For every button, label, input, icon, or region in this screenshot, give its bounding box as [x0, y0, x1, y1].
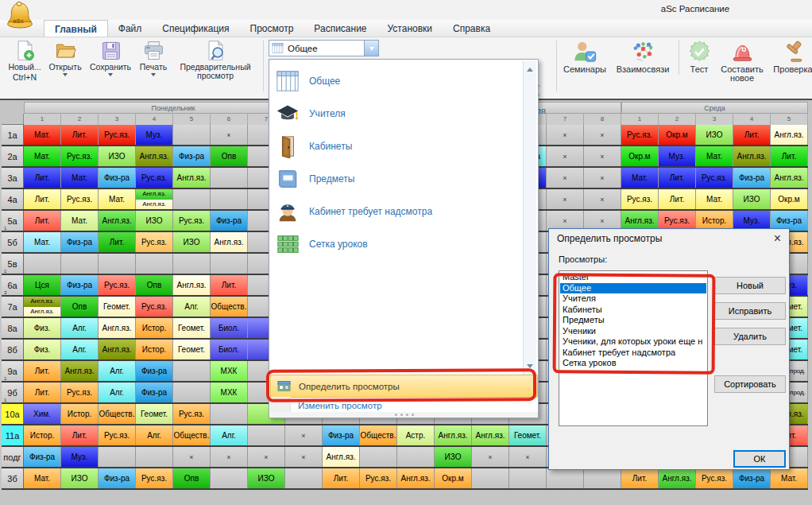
views-list-item[interactable]: Master	[560, 272, 706, 283]
lesson-cell[interactable]	[211, 168, 248, 188]
lesson-cell[interactable]: ×	[211, 125, 248, 145]
lesson-cell[interactable]: Рус.яз.	[99, 125, 136, 145]
lesson-cell[interactable]: Физ.	[24, 318, 61, 338]
new-button[interactable]: Новый...Ctrl+N	[5, 38, 44, 82]
lesson-cell[interactable]	[24, 254, 61, 274]
generate-new-button[interactable]: Составить новое	[716, 38, 768, 83]
ok-button[interactable]: ОК	[733, 450, 786, 468]
lesson-cell[interactable]: Истор.	[136, 318, 173, 338]
period-column-header[interactable]: 5	[771, 114, 808, 125]
lesson-cell[interactable]: Рус.яз.	[61, 383, 99, 402]
new-button[interactable]: Новый	[714, 277, 786, 294]
dropdown-item-view-classrooms[interactable]: Кабинеты	[271, 131, 522, 161]
lesson-cell[interactable]: МХК	[211, 361, 248, 381]
dropdown-item-view-common[interactable]: Общее	[271, 66, 522, 96]
lesson-cell[interactable]: ИЗО	[136, 211, 173, 231]
lesson-cell[interactable]: Физ-ра	[173, 146, 211, 166]
dropdown-item-view-supervision[interactable]: Кабинет требует надсмотра	[271, 196, 522, 227]
lesson-cell[interactable]: Англ.яз.	[771, 168, 808, 188]
save-button[interactable]: Сохранить	[86, 38, 135, 82]
lesson-cell[interactable]: Рус.яз.	[173, 404, 211, 424]
tab-main[interactable]: Главный	[44, 20, 108, 37]
lesson-cell[interactable]: ×	[584, 189, 621, 209]
lesson-cell[interactable]	[397, 447, 435, 467]
lesson-cell-split[interactable]: Англ.яз.Англ.яз.	[24, 297, 61, 317]
scroll-up-arrow-icon[interactable]	[524, 63, 536, 76]
lesson-cell[interactable]: Окр.м	[771, 189, 808, 209]
lesson-cell[interactable]: Окр.м	[621, 146, 659, 166]
lesson-cell[interactable]: Мат.	[696, 146, 733, 166]
lesson-cell[interactable]: ×	[211, 447, 248, 467]
lesson-cell[interactable]	[211, 254, 248, 274]
combobox-dropdown-button[interactable]	[364, 41, 378, 56]
lesson-cell[interactable]: Физ-ра	[136, 361, 173, 381]
lesson-cell[interactable]	[360, 447, 397, 467]
lesson-cell[interactable]: Рус.яз.	[136, 232, 173, 252]
lesson-cell[interactable]: Англ.яз.	[99, 211, 136, 231]
lesson-cell[interactable]	[285, 468, 323, 488]
lesson-cell[interactable]: ИЗО	[248, 468, 285, 488]
seminars-button[interactable]: Семинары	[559, 38, 610, 83]
lesson-cell[interactable]: Алг.	[211, 425, 248, 445]
period-column-header[interactable]: 2	[659, 114, 696, 125]
class-row-header[interactable]: 8б	[2, 340, 24, 359]
lesson-cell[interactable]: Муз.	[659, 146, 696, 166]
lesson-cell[interactable]	[173, 361, 211, 381]
lesson-cell[interactable]: Биол.	[211, 318, 248, 338]
class-row-header[interactable]: 4а	[2, 189, 24, 209]
views-listbox[interactable]: MasterОбщееУчителяКабинетыПредметыУченик…	[559, 270, 708, 426]
lesson-cell[interactable]: Физ-ра	[323, 425, 360, 445]
lesson-cell[interactable]: Геомет.	[136, 404, 173, 424]
lesson-cell[interactable]: Рус.яз.	[696, 468, 733, 488]
lesson-cell[interactable]: Лит.	[733, 125, 771, 145]
lesson-cell[interactable]: Астр.	[397, 425, 435, 445]
lesson-cell[interactable]: Англ.яз.	[136, 146, 173, 166]
menu-item-define-views[interactable]: Определить просмотры	[270, 375, 538, 398]
open-button[interactable]: Открыть	[44, 38, 86, 82]
lesson-cell[interactable]	[173, 254, 211, 274]
lesson-cell[interactable]: ИЗО	[173, 232, 211, 252]
lesson-cell[interactable]	[211, 468, 248, 488]
lesson-cell[interactable]	[61, 254, 99, 274]
lesson-cell[interactable]: Англ.яз.	[61, 361, 99, 381]
class-row-header[interactable]: 5б	[2, 232, 24, 252]
lesson-cell[interactable]: Физ-ра	[99, 468, 136, 488]
lesson-cell[interactable]: Физ-ра	[61, 275, 99, 295]
lesson-cell[interactable]: Лит.	[24, 361, 61, 381]
period-column-header[interactable]: 3	[696, 114, 733, 125]
tab-view[interactable]: Просмотр	[240, 20, 304, 37]
lesson-cell[interactable]: Алг.	[136, 425, 173, 445]
lesson-cell[interactable]: Лит.	[323, 468, 360, 488]
lesson-cell[interactable]: Англ.яз.	[733, 146, 771, 166]
lesson-cell[interactable]: Физ.	[24, 340, 61, 359]
lesson-cell[interactable]: ×	[173, 447, 211, 467]
lesson-cell[interactable]: Истор.	[24, 425, 61, 445]
lesson-cell[interactable]	[584, 468, 621, 488]
lesson-cell[interactable]: Англ.яз.	[472, 425, 509, 445]
lesson-cell[interactable]	[547, 468, 584, 488]
period-column-header[interactable]: 2	[61, 114, 99, 125]
lesson-cell[interactable]: Лит.	[621, 468, 659, 488]
period-column-header[interactable]: 4	[136, 114, 173, 125]
class-row-header[interactable]: 1а	[2, 125, 24, 145]
lesson-cell[interactable]: Рус.яз.	[99, 425, 136, 445]
lesson-cell-split[interactable]: Англ.яз.Англ.яз.	[136, 189, 173, 209]
lesson-cell[interactable]: Окр.м	[659, 125, 696, 145]
views-list-item[interactable]: Ученики	[560, 326, 706, 337]
lesson-cell[interactable]: МХК	[211, 383, 248, 402]
edit-button[interactable]: Исправить	[714, 302, 786, 320]
lesson-cell[interactable]	[509, 468, 547, 488]
lesson-cell[interactable]: Мат.	[99, 189, 136, 209]
period-column-header[interactable]: 1	[24, 114, 61, 125]
lesson-cell[interactable]: Обществ.	[360, 425, 397, 445]
dropdown-arrow-icon[interactable]	[63, 73, 68, 79]
lesson-cell[interactable]: ИЗО	[696, 125, 733, 145]
lesson-cell[interactable]: Лит.	[771, 146, 808, 166]
class-row-header[interactable]: 8а	[2, 318, 24, 338]
sort-button[interactable]: Сортировать	[714, 375, 786, 393]
dropdown-scrollbar[interactable]	[523, 61, 536, 375]
menu-item-edit-view[interactable]: Изменить просмотр	[270, 398, 538, 414]
lesson-cell[interactable]: ИЗО	[435, 447, 472, 467]
lesson-cell[interactable]: Лит.	[659, 189, 696, 209]
scroll-down-arrow-icon[interactable]	[524, 360, 536, 373]
